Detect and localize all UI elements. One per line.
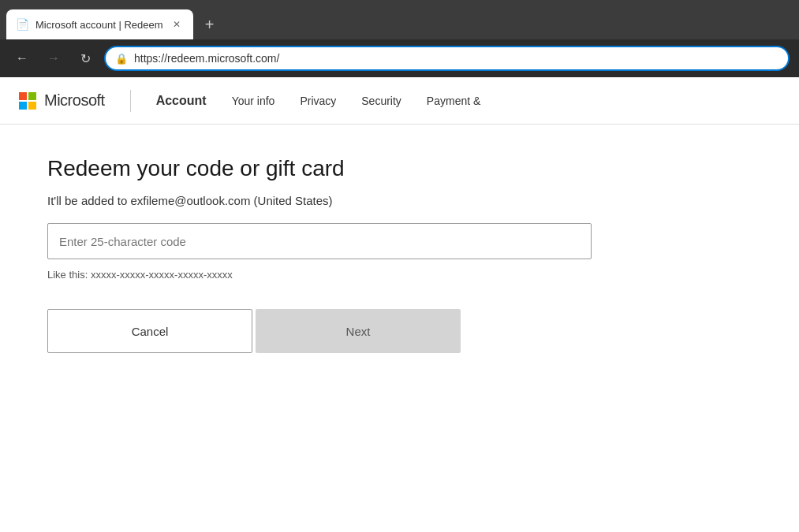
browser-chrome: 📄 Microsoft account | Redeem ✕ + ← → ↻ 🔒… (0, 0, 799, 77)
next-button[interactable]: Next (256, 309, 461, 353)
address-bar[interactable]: 🔒 https://redeem.microsoft.com/ (104, 46, 790, 71)
nav-privacy[interactable]: Privacy (293, 91, 342, 110)
tab-close-button[interactable]: ✕ (170, 17, 184, 32)
forward-button[interactable]: → (41, 46, 66, 71)
main-content: Redeem your code or gift card It'll be a… (0, 125, 799, 385)
nav-security[interactable]: Security (355, 91, 408, 110)
ms-logo-text: Microsoft (44, 91, 105, 110)
page-heading: Redeem your code or gift card (47, 156, 752, 181)
forward-icon: → (47, 51, 60, 65)
new-tab-button[interactable]: + (196, 11, 223, 38)
tab-bar: 📄 Microsoft account | Redeem ✕ + (0, 0, 799, 39)
ms-square-yellow (28, 102, 36, 110)
header-divider (130, 90, 131, 112)
nav-account[interactable]: Account (150, 91, 213, 111)
ms-square-green (28, 92, 36, 100)
tab-page-icon: 📄 (16, 18, 29, 31)
back-icon: ← (16, 51, 28, 65)
nav-bar: ← → ↻ 🔒 https://redeem.microsoft.com/ (0, 39, 799, 77)
back-button[interactable]: ← (9, 46, 35, 71)
button-row: Cancel Next (47, 309, 752, 353)
subtitle-text: It'll be added to exfileme@outlook.com (… (47, 194, 752, 207)
page-content: Microsoft Account Your info Privacy Secu… (0, 77, 799, 532)
microsoft-logo: Microsoft (19, 91, 105, 110)
refresh-icon: ↻ (80, 51, 91, 66)
tab-title: Microsoft account | Redeem (35, 19, 163, 31)
ms-logo-grid (19, 92, 36, 110)
ms-square-blue (19, 102, 27, 110)
url-text: https://redeem.microsoft.com/ (134, 52, 778, 65)
active-tab[interactable]: 📄 Microsoft account | Redeem ✕ (6, 9, 193, 39)
lock-icon: 🔒 (115, 53, 128, 65)
nav-your-info[interactable]: Your info (226, 91, 282, 110)
refresh-button[interactable]: ↻ (73, 46, 98, 71)
cancel-button[interactable]: Cancel (47, 309, 252, 353)
nav-payment[interactable]: Payment & (420, 91, 487, 110)
ms-square-red (19, 92, 27, 100)
code-hint: Like this: xxxxx-xxxxx-xxxxx-xxxxx-xxxxx (47, 269, 752, 281)
site-header: Microsoft Account Your info Privacy Secu… (0, 77, 799, 125)
code-input[interactable] (47, 223, 592, 259)
